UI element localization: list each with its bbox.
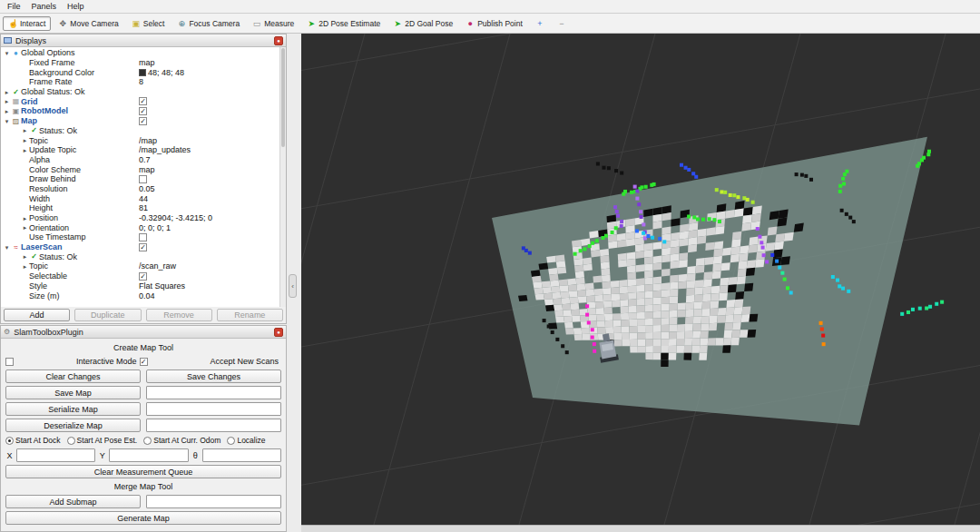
property-value[interactable]: ✓ [139,243,286,251]
save-map-button[interactable]: Save Map [5,386,141,399]
expand-arrow-icon[interactable]: ▸ [21,252,29,261]
tool-add-tool-icon[interactable]: + [530,16,550,31]
tree-row-grid[interactable]: ▸▦Grid✓ [1,96,286,106]
radio-start-at-curr-odom[interactable]: Start At Curr. Odom [143,436,220,445]
tree-row-global-status-ok[interactable]: ▸✓Global Status: Ok [1,87,286,97]
tree-row-status-ok[interactable]: ▸✓Status: Ok [1,251,286,261]
expand-arrow-icon[interactable]: ▸ [21,223,29,232]
serialize-map-input[interactable] [146,402,281,416]
add-submap-input[interactable] [146,495,281,508]
tree-row-fixed-frame[interactable]: Fixed Framemap [1,58,286,68]
add-button[interactable]: Add [4,309,70,321]
tree-row-resolution[interactable]: Resolution0.05 [1,184,286,194]
radio-start-at-pose-est[interactable]: Start At Pose Est. [67,436,138,445]
tool-select[interactable]: ▣Select [126,16,171,31]
rename-button[interactable]: Rename [217,309,283,321]
save-changes-button[interactable]: Save Changes [146,369,281,383]
expand-arrow-icon[interactable]: ▸ [21,146,29,154]
expand-arrow-icon[interactable]: ▸ [3,88,11,96]
displays-scrollbar[interactable] [279,47,286,307]
tree-row-update-topic[interactable]: ▸Update Topic/map_updates [1,145,286,155]
property-value[interactable]: 44 [139,194,286,203]
expand-arrow-icon[interactable]: ▸ [21,136,29,144]
menu-panels[interactable]: Panels [27,1,62,12]
panel-splitter[interactable]: ‹ [287,34,301,532]
x-input[interactable] [16,448,95,462]
property-value[interactable] [139,175,286,183]
menu-help[interactable]: Help [63,1,89,12]
property-value[interactable]: -0.32904; -3.4215; 0 [139,213,286,222]
y-input[interactable] [109,448,188,462]
accept-new-scans-checkbox[interactable]: ✓ [140,358,148,366]
checkbox-checked[interactable]: ✓ [139,117,147,125]
tree-row-height[interactable]: Height81 [1,203,286,213]
add-submap-button[interactable]: Add Submap [5,495,141,508]
property-value[interactable]: 0.7 [139,155,286,164]
remove-button[interactable]: Remove [146,309,212,321]
property-value[interactable]: map [139,58,286,67]
tree-row-position[interactable]: ▸Position-0.32904; -3.4215; 0 [1,213,286,223]
tree-row-size-m[interactable]: Size (m)0.04 [1,291,286,300]
tree-row-frame-rate[interactable]: Frame Rate8 [1,77,286,87]
tool-interact[interactable]: ☝Interact [3,16,51,31]
checkbox-checked[interactable]: ✓ [139,107,147,115]
property-value[interactable]: 0.05 [139,184,286,193]
slam-close-button[interactable]: ● [274,328,283,337]
property-value[interactable] [139,233,286,241]
tree-row-topic[interactable]: ▸Topic/scan_raw [1,261,286,271]
tree-row-alpha[interactable]: Alpha0.7 [1,155,286,165]
property-value[interactable]: map [139,165,286,174]
tree-row-width[interactable]: Width44 [1,193,286,203]
tree-row-background-color[interactable]: Background Color48; 48; 48 [1,67,286,77]
tool-2d-goal-pose[interactable]: ➤2D Goal Pose [387,16,458,31]
property-value[interactable]: ✓ [139,97,286,105]
checkbox-checked[interactable]: ✓ [139,272,147,281]
expand-arrow-icon[interactable]: ▸ [3,107,11,115]
tree-row-use-timestamp[interactable]: Use Timestamp [1,232,286,242]
expand-arrow-icon[interactable]: ▾ [3,117,11,125]
tool-measure[interactable]: ▭Measure [247,16,299,31]
tool-publish-point[interactable]: ●Publish Point [460,16,528,31]
save-map-input[interactable] [146,386,281,399]
tool-remove-tool-icon[interactable]: − [552,16,572,31]
displays-close-button[interactable]: ● [274,36,283,45]
scrollbar-thumb[interactable] [281,48,285,147]
tree-row-status-ok[interactable]: ▸✓Status: Ok [1,126,286,136]
tree-row-laserscan[interactable]: ▾≈LaserScan✓ [1,242,286,252]
serialize-map-button[interactable]: Serialize Map [5,402,141,416]
tree-row-orientation[interactable]: ▸Orientation0; 0; 0; 1 [1,222,286,232]
tree-row-global-options[interactable]: ▾●Global Options [1,48,286,58]
tool-focus-camera[interactable]: ⊕Focus Camera [172,16,245,31]
tree-row-topic[interactable]: ▸Topic/map [1,135,286,145]
property-value[interactable]: Flat Squares [139,281,286,291]
checkbox-unchecked[interactable] [139,175,147,183]
property-value[interactable]: /scan_raw [139,261,286,271]
theta-input[interactable] [202,448,281,462]
expand-arrow-icon[interactable]: ▸ [3,97,11,105]
property-value[interactable]: 0; 0; 0; 1 [139,223,286,232]
tree-row-color-scheme[interactable]: Color Schememap [1,164,286,174]
menu-file[interactable]: File [3,1,25,12]
duplicate-button[interactable]: Duplicate [74,309,141,321]
property-value[interactable]: ✓ [139,107,286,115]
expand-arrow-icon[interactable]: ▸ [21,214,29,222]
tree-row-selectable[interactable]: Selectable✓ [1,271,286,281]
property-value[interactable]: 48; 48; 48 [139,68,286,77]
property-value[interactable]: ✓ [139,117,286,125]
property-value[interactable]: 0.04 [139,291,286,300]
deserialize-map-button[interactable]: Deserialize Map [5,419,141,432]
property-value[interactable]: /map_updates [139,145,286,154]
deserialize-map-input[interactable] [146,419,281,432]
radio-localize[interactable]: Localize [227,436,265,445]
generate-map-button[interactable]: Generate Map [5,511,281,525]
expand-arrow-icon[interactable]: ▸ [21,126,29,134]
radio-start-at-dock[interactable]: Start At Dock [5,436,61,445]
expand-arrow-icon[interactable]: ▾ [3,243,11,251]
checkbox-checked[interactable]: ✓ [139,243,147,251]
tree-row-draw-behind[interactable]: Draw Behind [1,174,286,184]
interactive-mode-checkbox[interactable] [5,358,14,366]
expand-arrow-icon[interactable]: ▾ [3,49,11,57]
tree-row-robotmodel[interactable]: ▸▣RobotModel✓ [1,106,286,116]
checkbox-unchecked[interactable] [139,233,147,241]
property-value[interactable]: 8 [139,77,286,86]
